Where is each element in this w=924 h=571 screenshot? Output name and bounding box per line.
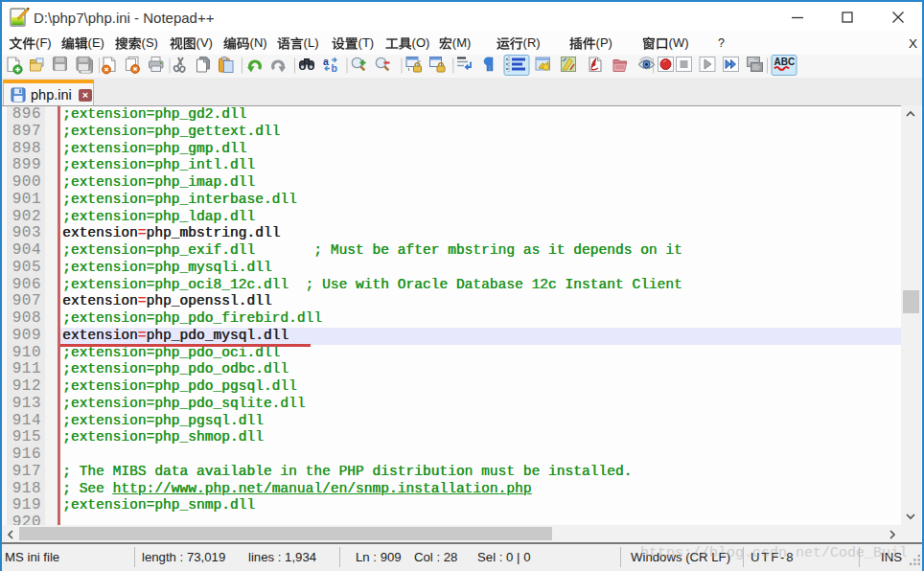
svg-text:(M): (M) bbox=[452, 35, 472, 50]
svg-text:(O): (O) bbox=[412, 35, 430, 50]
svg-text:a: a bbox=[323, 56, 329, 67]
svg-text:(W): (W) bbox=[669, 35, 689, 50]
svg-text:(R): (R) bbox=[523, 35, 541, 50]
svg-text:X: X bbox=[909, 36, 917, 51]
svg-text:?: ? bbox=[718, 36, 725, 50]
svg-text:(P): (P) bbox=[596, 35, 612, 50]
svg-text:(V): (V) bbox=[196, 35, 213, 50]
svg-text:b: b bbox=[332, 62, 337, 74]
svg-text:(N): (N) bbox=[250, 35, 267, 50]
svg-text:ABC: ABC bbox=[774, 57, 796, 67]
svg-text:(E): (E) bbox=[88, 35, 104, 50]
svg-text:(T): (T) bbox=[358, 35, 375, 50]
svg-text:(S): (S) bbox=[142, 35, 158, 50]
svg-text:(F): (F) bbox=[35, 35, 52, 50]
svg-text:(L): (L) bbox=[304, 35, 319, 50]
